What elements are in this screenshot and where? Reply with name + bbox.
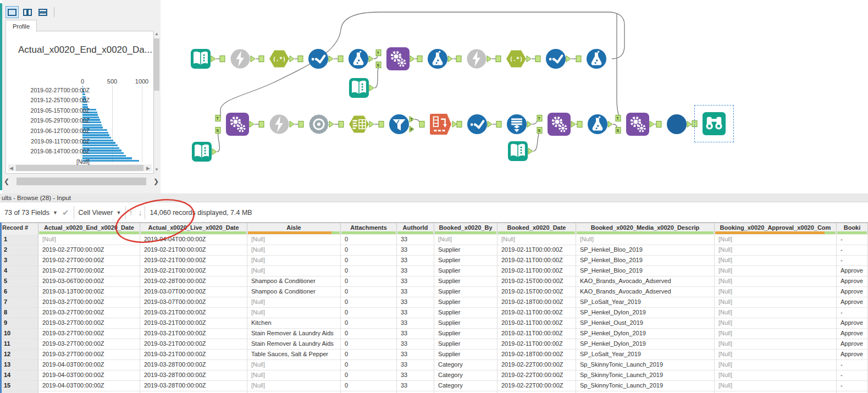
output-anchor[interactable] [527, 121, 532, 128]
input-anchor[interactable]: S [376, 62, 381, 68]
tool-blue-circle-tool[interactable] [666, 114, 687, 135]
tool-input-data-tool-2[interactable] [349, 78, 369, 98]
input-anchor[interactable]: T [616, 115, 621, 121]
input-anchor[interactable] [339, 121, 344, 128]
histogram-bar[interactable] [82, 93, 85, 95]
output-anchor[interactable] [211, 56, 215, 62]
tool-input-data-tool-1[interactable] [190, 48, 211, 69]
histogram-bar[interactable] [82, 114, 98, 115]
tool-input-data-tool-4[interactable] [507, 141, 528, 162]
tool-filter-tool[interactable] [389, 114, 410, 135]
column-header-actual-x0020-end-x0020-date[interactable]: Actual_x0020_End_x0020_Date [38, 223, 140, 235]
histogram-bar[interactable] [82, 124, 102, 126]
apply-check-icon[interactable]: ✔ [62, 208, 69, 218]
tool-download-tool-2[interactable] [466, 48, 487, 69]
input-anchor[interactable] [496, 56, 501, 62]
tool-formula-tool-4[interactable] [587, 114, 608, 135]
scroll-down-icon[interactable]: ▼ [153, 167, 160, 172]
output-anchor[interactable] [571, 121, 576, 128]
histogram-bar[interactable] [82, 104, 87, 106]
scroll-bottom-icon[interactable]: ↓ [135, 208, 145, 217]
output-anchor[interactable] [448, 56, 452, 62]
output-anchor[interactable] [528, 148, 533, 154]
histogram-bar[interactable] [82, 155, 126, 157]
output-anchor[interactable] [608, 121, 612, 128]
output-anchor[interactable] [329, 56, 333, 62]
input-anchor[interactable]: T [215, 115, 220, 121]
tool-macro-tool-2[interactable] [225, 112, 250, 136]
input-anchor[interactable]: S [215, 128, 220, 134]
input-anchor[interactable] [576, 56, 581, 62]
input-anchor[interactable] [419, 121, 424, 128]
input-anchor[interactable]: S [616, 128, 621, 134]
input-anchor[interactable] [457, 121, 462, 128]
workflow-canvas[interactable]: TSTSTFTSTS (.*) (.*) [161, 0, 868, 193]
column-header-attachments[interactable]: Attachments [341, 223, 397, 235]
output-anchor[interactable] [369, 121, 374, 128]
tool-regex-tool-2[interactable]: (.*) [506, 48, 527, 69]
input-anchor[interactable] [338, 56, 343, 62]
output-anchor[interactable] [369, 56, 373, 62]
tool-regex-tool-1[interactable]: (.*) [269, 48, 290, 69]
input-anchor[interactable] [259, 121, 264, 128]
output-anchor[interactable] [410, 56, 414, 62]
layout-single-pane-button[interactable] [5, 6, 19, 18]
tool-crosstab-tool[interactable] [429, 113, 452, 136]
output-anchor[interactable]: F [410, 126, 414, 132]
column-header-actual-x0020-live-x0020-date[interactable]: Actual_x0020_Live_x0020_Date [140, 223, 247, 235]
column-header-booking-x0020-approval-x0020-com[interactable]: Booking_x0020_Approval_x0020_Com [715, 223, 837, 235]
tool-generate-rows-tool[interactable] [506, 114, 527, 135]
histogram-bar[interactable] [82, 157, 132, 159]
input-anchor[interactable] [535, 56, 540, 62]
panel-vertical-scrollbar[interactable]: ▲ ▼ [153, 31, 160, 173]
scroll-right-icon[interactable]: ❯ [152, 178, 161, 185]
column-header-aisle[interactable]: Aisle [247, 223, 341, 235]
output-anchor[interactable] [687, 121, 692, 128]
column-header-booked-x0020-media-x0020-descrip[interactable]: Booked_x0020_Media_x0020_Descrip [576, 223, 715, 235]
scrollbar-thumb[interactable] [154, 38, 159, 91]
tool-formula-tool-1[interactable] [348, 48, 369, 69]
input-anchor[interactable] [577, 121, 582, 128]
output-anchor[interactable] [290, 121, 294, 128]
panel-horizontal-scrollbar[interactable]: ❮ ❯ [2, 176, 161, 186]
tool-macro-tool-4[interactable] [626, 112, 650, 136]
input-anchor[interactable] [298, 121, 303, 128]
output-anchor[interactable] [250, 121, 254, 128]
tool-unique-tool-1[interactable] [308, 48, 329, 69]
input-anchor[interactable] [379, 121, 384, 128]
output-anchor[interactable] [251, 56, 255, 62]
scroll-left-icon[interactable]: ◀ [8, 165, 15, 171]
output-anchor[interactable] [452, 121, 457, 128]
tool-unique-tool-2[interactable] [545, 48, 566, 69]
chart-horizontal-scrollbar[interactable]: ◀ ▶ [8, 164, 152, 171]
fields-dropdown[interactable]: 73 of 73 Fields ▼ ✔ [0, 208, 74, 218]
tool-download-tool-3[interactable] [269, 114, 290, 135]
tool-text-to-columns-tool[interactable] [349, 114, 369, 135]
column-header-booki[interactable]: Booki [837, 223, 868, 235]
cell-viewer-dropdown[interactable]: Cell Viewer ▼ [74, 209, 126, 217]
column-header-booked-x0020-date[interactable]: Booked_x0020_Date [497, 223, 576, 235]
tool-browse-tool[interactable] [702, 112, 726, 136]
input-anchor[interactable] [259, 56, 264, 62]
tool-download-tool-1[interactable] [230, 48, 251, 69]
tool-unique-tool-3[interactable] [467, 114, 488, 135]
scroll-top-icon[interactable]: ↑ [126, 208, 135, 217]
scroll-left-icon[interactable]: ❮ [2, 178, 11, 185]
input-anchor[interactable] [417, 56, 422, 62]
layout-split-vertical-button[interactable] [21, 6, 34, 18]
tab-profile[interactable]: Profile [5, 20, 37, 32]
output-anchor[interactable] [487, 56, 491, 62]
histogram-bar[interactable] [82, 160, 139, 162]
scrollbar-thumb[interactable] [16, 165, 143, 171]
tool-formula-tool-2[interactable] [427, 48, 448, 69]
scrollbar-thumb[interactable] [16, 178, 146, 185]
input-anchor[interactable] [456, 56, 461, 62]
output-anchor[interactable] [566, 56, 571, 62]
histogram-bar[interactable] [82, 145, 118, 146]
output-anchor[interactable] [290, 56, 294, 62]
scroll-right-icon[interactable]: ▶ [145, 165, 152, 171]
output-anchor[interactable] [527, 56, 531, 62]
input-anchor[interactable]: T [537, 115, 542, 121]
input-anchor[interactable] [656, 121, 661, 128]
input-anchor[interactable]: S [537, 128, 542, 134]
